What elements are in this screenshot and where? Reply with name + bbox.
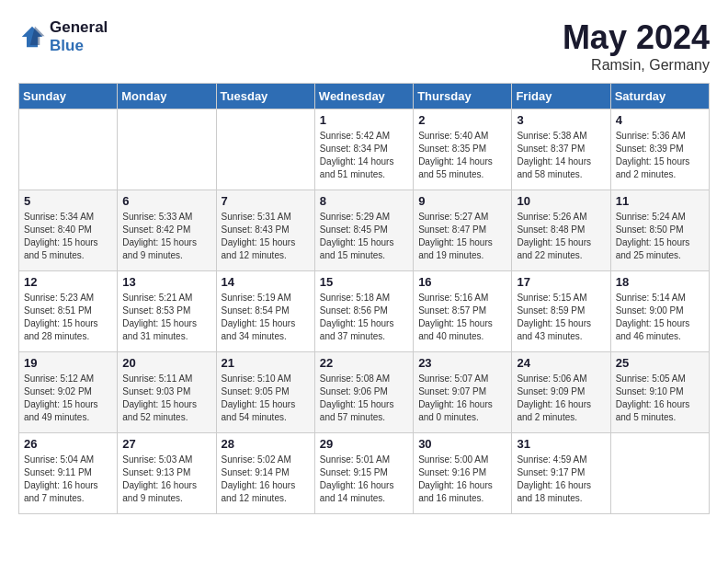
day-info: Sunrise: 5:16 AM Sunset: 8:57 PM Dayligh… — [418, 292, 506, 343]
page-header: General Blue May 2024 Ramsin, Germany — [18, 18, 710, 74]
calendar-cell: 22Sunrise: 5:08 AM Sunset: 9:06 PM Dayli… — [314, 352, 413, 433]
day-number: 31 — [517, 437, 605, 451]
calendar-table: SundayMondayTuesdayWednesdayThursdayFrid… — [18, 83, 710, 514]
header-friday: Friday — [512, 84, 610, 109]
day-info: Sunrise: 5:31 AM Sunset: 8:43 PM Dayligh… — [222, 211, 310, 262]
day-number: 17 — [517, 275, 605, 289]
calendar-cell: 31Sunrise: 4:59 AM Sunset: 9:17 PM Dayli… — [512, 433, 610, 514]
day-info: Sunrise: 5:05 AM Sunset: 9:10 PM Dayligh… — [616, 373, 704, 424]
header-sunday: Sunday — [19, 84, 118, 109]
calendar-cell — [118, 109, 216, 190]
day-number: 16 — [418, 275, 506, 289]
day-number: 24 — [517, 356, 605, 370]
calendar-cell: 21Sunrise: 5:10 AM Sunset: 9:05 PM Dayli… — [216, 352, 314, 433]
day-info: Sunrise: 5:33 AM Sunset: 8:42 PM Dayligh… — [122, 211, 210, 262]
day-info: Sunrise: 5:12 AM Sunset: 9:02 PM Dayligh… — [24, 373, 112, 424]
day-info: Sunrise: 5:18 AM Sunset: 8:56 PM Dayligh… — [320, 292, 408, 343]
day-number: 25 — [616, 356, 704, 370]
calendar-cell: 18Sunrise: 5:14 AM Sunset: 9:00 PM Dayli… — [610, 271, 709, 352]
day-number: 2 — [418, 113, 506, 127]
calendar-cell — [610, 433, 709, 514]
day-number: 8 — [320, 194, 408, 208]
header-monday: Monday — [118, 84, 216, 109]
calendar-cell: 20Sunrise: 5:11 AM Sunset: 9:03 PM Dayli… — [118, 352, 216, 433]
day-info: Sunrise: 5:00 AM Sunset: 9:16 PM Dayligh… — [418, 454, 506, 505]
calendar-cell: 11Sunrise: 5:24 AM Sunset: 8:50 PM Dayli… — [610, 190, 709, 271]
header-saturday: Saturday — [610, 84, 709, 109]
day-info: Sunrise: 5:27 AM Sunset: 8:47 PM Dayligh… — [418, 211, 506, 262]
location-title: Ramsin, Germany — [563, 57, 710, 74]
day-info: Sunrise: 5:42 AM Sunset: 8:34 PM Dayligh… — [320, 130, 408, 181]
header-tuesday: Tuesday — [216, 84, 314, 109]
day-number: 29 — [320, 437, 408, 451]
calendar-cell: 5Sunrise: 5:34 AM Sunset: 8:40 PM Daylig… — [19, 190, 118, 271]
day-info: Sunrise: 5:34 AM Sunset: 8:40 PM Dayligh… — [24, 211, 112, 262]
logo-icon — [18, 23, 46, 51]
day-info: Sunrise: 5:06 AM Sunset: 9:09 PM Dayligh… — [517, 373, 605, 424]
calendar-cell: 6Sunrise: 5:33 AM Sunset: 8:42 PM Daylig… — [118, 190, 216, 271]
day-number: 27 — [122, 437, 210, 451]
logo-text: General Blue — [50, 18, 108, 54]
day-number: 26 — [24, 437, 112, 451]
day-number: 19 — [24, 356, 112, 370]
calendar-cell: 10Sunrise: 5:26 AM Sunset: 8:48 PM Dayli… — [512, 190, 610, 271]
day-info: Sunrise: 5:26 AM Sunset: 8:48 PM Dayligh… — [517, 211, 605, 262]
month-title: May 2024 — [563, 18, 710, 57]
header-thursday: Thursday — [414, 84, 512, 109]
day-number: 1 — [320, 113, 408, 127]
calendar-cell — [19, 109, 118, 190]
calendar-cell: 25Sunrise: 5:05 AM Sunset: 9:10 PM Dayli… — [610, 352, 709, 433]
title-block: May 2024 Ramsin, Germany — [563, 18, 710, 74]
calendar-cell: 13Sunrise: 5:21 AM Sunset: 8:53 PM Dayli… — [118, 271, 216, 352]
day-info: Sunrise: 5:23 AM Sunset: 8:51 PM Dayligh… — [24, 292, 112, 343]
calendar-week-5: 26Sunrise: 5:04 AM Sunset: 9:11 PM Dayli… — [19, 433, 710, 514]
calendar-cell: 1Sunrise: 5:42 AM Sunset: 8:34 PM Daylig… — [314, 109, 413, 190]
calendar-cell: 27Sunrise: 5:03 AM Sunset: 9:13 PM Dayli… — [118, 433, 216, 514]
calendar-cell: 15Sunrise: 5:18 AM Sunset: 8:56 PM Dayli… — [314, 271, 413, 352]
calendar-cell: 30Sunrise: 5:00 AM Sunset: 9:16 PM Dayli… — [414, 433, 512, 514]
calendar-cell: 17Sunrise: 5:15 AM Sunset: 8:59 PM Dayli… — [512, 271, 610, 352]
calendar-week-1: 1Sunrise: 5:42 AM Sunset: 8:34 PM Daylig… — [19, 109, 710, 190]
day-number: 3 — [517, 113, 605, 127]
calendar-cell — [216, 109, 314, 190]
day-number: 12 — [24, 275, 112, 289]
day-info: Sunrise: 5:24 AM Sunset: 8:50 PM Dayligh… — [616, 211, 704, 262]
day-info: Sunrise: 5:29 AM Sunset: 8:45 PM Dayligh… — [320, 211, 408, 262]
day-number: 7 — [222, 194, 310, 208]
day-info: Sunrise: 5:38 AM Sunset: 8:37 PM Dayligh… — [517, 130, 605, 181]
day-info: Sunrise: 5:15 AM Sunset: 8:59 PM Dayligh… — [517, 292, 605, 343]
calendar-week-4: 19Sunrise: 5:12 AM Sunset: 9:02 PM Dayli… — [19, 352, 710, 433]
day-info: Sunrise: 5:02 AM Sunset: 9:14 PM Dayligh… — [222, 454, 310, 505]
calendar-cell: 12Sunrise: 5:23 AM Sunset: 8:51 PM Dayli… — [19, 271, 118, 352]
calendar-cell: 14Sunrise: 5:19 AM Sunset: 8:54 PM Dayli… — [216, 271, 314, 352]
day-info: Sunrise: 5:07 AM Sunset: 9:07 PM Dayligh… — [418, 373, 506, 424]
calendar-cell: 26Sunrise: 5:04 AM Sunset: 9:11 PM Dayli… — [19, 433, 118, 514]
day-number: 28 — [222, 437, 310, 451]
day-info: Sunrise: 5:04 AM Sunset: 9:11 PM Dayligh… — [24, 454, 112, 505]
calendar-cell: 8Sunrise: 5:29 AM Sunset: 8:45 PM Daylig… — [314, 190, 413, 271]
day-number: 18 — [616, 275, 704, 289]
calendar-cell: 4Sunrise: 5:36 AM Sunset: 8:39 PM Daylig… — [610, 109, 709, 190]
calendar-cell: 24Sunrise: 5:06 AM Sunset: 9:09 PM Dayli… — [512, 352, 610, 433]
calendar-cell: 2Sunrise: 5:40 AM Sunset: 8:35 PM Daylig… — [414, 109, 512, 190]
day-info: Sunrise: 5:08 AM Sunset: 9:06 PM Dayligh… — [320, 373, 408, 424]
day-number: 5 — [24, 194, 112, 208]
day-number: 11 — [616, 194, 704, 208]
day-number: 13 — [122, 275, 210, 289]
day-info: Sunrise: 5:14 AM Sunset: 9:00 PM Dayligh… — [616, 292, 704, 343]
calendar-cell: 28Sunrise: 5:02 AM Sunset: 9:14 PM Dayli… — [216, 433, 314, 514]
day-number: 9 — [418, 194, 506, 208]
day-number: 4 — [616, 113, 704, 127]
day-number: 14 — [222, 275, 310, 289]
day-info: Sunrise: 5:11 AM Sunset: 9:03 PM Dayligh… — [122, 373, 210, 424]
calendar-cell: 29Sunrise: 5:01 AM Sunset: 9:15 PM Dayli… — [314, 433, 413, 514]
day-info: Sunrise: 5:19 AM Sunset: 8:54 PM Dayligh… — [222, 292, 310, 343]
day-info: Sunrise: 5:01 AM Sunset: 9:15 PM Dayligh… — [320, 454, 408, 505]
day-number: 21 — [222, 356, 310, 370]
header-wednesday: Wednesday — [314, 84, 413, 109]
calendar-cell: 23Sunrise: 5:07 AM Sunset: 9:07 PM Dayli… — [414, 352, 512, 433]
day-info: Sunrise: 5:10 AM Sunset: 9:05 PM Dayligh… — [222, 373, 310, 424]
calendar-cell: 19Sunrise: 5:12 AM Sunset: 9:02 PM Dayli… — [19, 352, 118, 433]
day-number: 6 — [122, 194, 210, 208]
day-info: Sunrise: 4:59 AM Sunset: 9:17 PM Dayligh… — [517, 454, 605, 505]
